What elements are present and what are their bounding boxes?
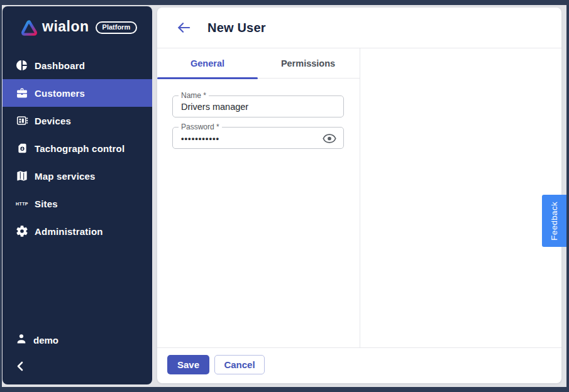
content-region: General Permissions Name * Drivers manag…: [157, 48, 561, 347]
feedback-button[interactable]: Feedback: [542, 195, 566, 247]
sidebar-item-label: Administration: [35, 226, 103, 237]
tab-bar: General Permissions: [157, 48, 360, 79]
sidebar-item-dashboard[interactable]: Dashboard: [3, 52, 152, 79]
sidebar-bottom: demo: [3, 326, 152, 384]
sidebar-item-sites[interactable]: HTTP Sites: [3, 190, 152, 217]
sidebar-item-label: Sites: [35, 199, 58, 209]
user-menu[interactable]: demo: [3, 326, 152, 354]
general-form: Name * Drivers manager Password * ••••••…: [157, 79, 360, 149]
form-footer: Save Cancel: [157, 347, 561, 383]
brand-wordmark: wialon: [42, 19, 89, 36]
sidebar-collapse-button[interactable]: [3, 354, 152, 381]
arrow-left-icon: [177, 21, 191, 34]
password-field[interactable]: Password * •••••••••••: [172, 127, 344, 149]
eye-icon: [323, 133, 336, 144]
sidebar-item-map-services[interactable]: Map services: [3, 162, 152, 190]
tachograph-icon: [16, 142, 28, 155]
sidebar-item-customers[interactable]: Customers: [3, 79, 152, 107]
sidebar-item-label: Devices: [35, 116, 71, 126]
feedback-label: Feedback: [550, 202, 559, 241]
page-title: New User: [207, 21, 266, 35]
dashboard-icon: [16, 59, 28, 72]
wialon-logo-icon: [21, 19, 38, 36]
brand-platform-badge: Platform: [96, 21, 138, 34]
sidebar-nav: Dashboard Customers: [3, 52, 152, 245]
back-button[interactable]: [177, 20, 192, 35]
sidebar-item-label: Tachograph control: [35, 143, 124, 154]
username-label: demo: [33, 335, 58, 346]
cancel-button[interactable]: Cancel: [214, 355, 265, 374]
sidebar-item-label: Dashboard: [35, 60, 85, 71]
page-header: New User: [157, 8, 561, 48]
app-canvas: wialon Platform Dashboard: [2, 5, 566, 387]
person-icon: [16, 333, 27, 347]
password-field-label: Password *: [179, 122, 222, 131]
sidebar-item-tachograph[interactable]: Tachograph control: [3, 134, 152, 162]
brand-logo: wialon Platform: [3, 6, 152, 36]
sidebar-item-devices[interactable]: Devices: [3, 107, 152, 134]
sidebar: wialon Platform Dashboard: [3, 6, 152, 384]
save-button[interactable]: Save: [167, 355, 209, 374]
tab-permissions[interactable]: Permissions: [258, 48, 358, 79]
name-field-label: Name *: [179, 91, 209, 100]
form-column: General Permissions Name * Drivers manag…: [157, 48, 360, 347]
sidebar-item-label: Customers: [35, 88, 85, 99]
devices-icon: [16, 114, 28, 127]
sidebar-item-label: Map services: [35, 171, 96, 182]
map-icon: [16, 170, 28, 182]
tab-general[interactable]: General: [157, 48, 258, 79]
chevron-left-icon: [16, 361, 25, 374]
briefcase-icon: [16, 87, 28, 99]
main-panel: New User General Permissions Name * Driv…: [157, 8, 561, 383]
show-password-button[interactable]: [323, 133, 336, 144]
http-icon: HTTP: [16, 197, 28, 210]
sidebar-item-administration[interactable]: Administration: [3, 217, 152, 245]
name-field[interactable]: Name * Drivers manager: [172, 95, 344, 117]
gear-icon: [16, 225, 28, 237]
